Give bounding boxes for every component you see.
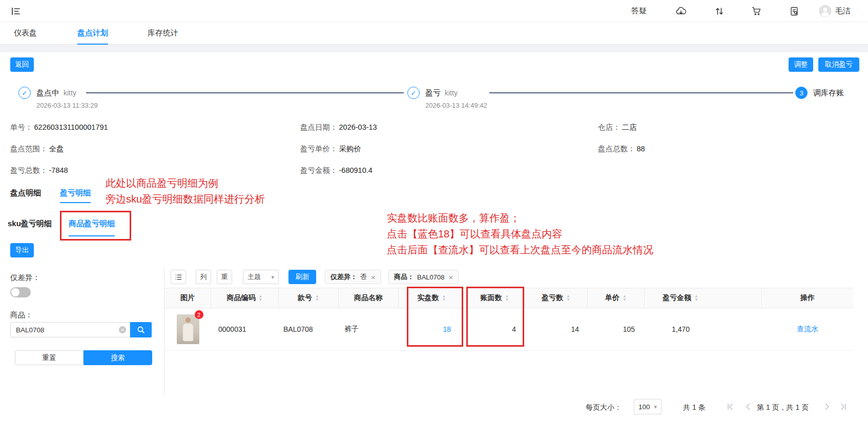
theme-dropdown[interactable]: 主题▾ [243, 270, 279, 284]
tab-pl-detail[interactable]: 盈亏明细 [60, 188, 91, 203]
page-info: 第 1 页，共 1 页 [757, 403, 809, 412]
diff-only-label: 仅差异： [10, 273, 40, 283]
sort-icon: ▲▼ [259, 294, 263, 302]
display-mode-button[interactable] [171, 270, 186, 284]
info-pl-amount: 盈亏金额：-680910.4 [300, 166, 373, 175]
order-search-icon[interactable] [789, 0, 799, 22]
filter-chip-product[interactable]: 商品：BAL0708 × [388, 270, 459, 284]
toggle-knob [11, 288, 19, 296]
step-check-icon: ✓ [18, 87, 31, 99]
col-header-code[interactable]: 商品编码▲▼ [211, 288, 279, 308]
info-count-date: 盘点日期：2026-03-13 [300, 123, 377, 132]
col-header-book-qty[interactable]: 账面数▲▼ [465, 288, 525, 308]
refresh-button[interactable]: 刷新 [288, 270, 316, 284]
step-connector [489, 92, 793, 93]
reset-button[interactable]: 重置 [15, 350, 84, 365]
col-header-actual-qty[interactable]: 实盘数▲▼ [399, 288, 465, 308]
col-header-image: 图片 [164, 288, 211, 308]
last-page-button[interactable] [838, 402, 849, 412]
actual-qty-link[interactable]: 18 [399, 308, 465, 350]
col-header-pl-amount[interactable]: 盈亏金额▲▼ [645, 288, 762, 308]
unit-price-cell: 105 [588, 308, 645, 350]
figure-head [185, 317, 191, 323]
pl-detail-table: 图片 商品编码▲▼ 款号▲▼ 商品名称 实盘数▲▼ 账面数▲▼ 盈亏数▲▼ 单价… [164, 288, 853, 351]
step-time: 2026-03-13 11:33:29 [36, 102, 98, 109]
sort-icon: ▲▼ [505, 294, 509, 302]
info-count-scope: 盘点范围：全盘 [10, 144, 64, 154]
info-pl-total: 盈亏总数：-7848 [10, 166, 68, 175]
pl-amount-cell: 1,470 [645, 308, 762, 350]
pl-qty-cell: 14 [525, 308, 588, 350]
step-number: 3 [795, 87, 808, 99]
total-count: 共 1 条 [683, 403, 706, 412]
next-page-button[interactable] [822, 402, 832, 412]
tab-product-pl-detail[interactable]: 商品盈亏明细 [69, 219, 115, 236]
product-label: 商品： [10, 310, 33, 320]
tab-sku-pl-detail[interactable]: sku盈亏明细 [8, 219, 52, 236]
book-qty-cell: 4 [465, 308, 525, 350]
avatar[interactable] [819, 0, 832, 22]
plan-detail-panel: 返回 调整 取消盈亏 ✓ 盘点中kitty 2026-03-13 11:33:2… [0, 52, 868, 439]
step-connector [86, 92, 404, 93]
info-pl-price-type: 盈亏单价：采购价 [300, 144, 361, 154]
diff-only-toggle[interactable] [10, 287, 31, 297]
col-header-action: 操作 [762, 288, 853, 308]
search-icon [137, 326, 145, 334]
page-size-label: 每页大小： [586, 403, 622, 412]
product-input[interactable] [10, 322, 130, 337]
code-cell: 0000031 [211, 308, 279, 350]
page-size-select[interactable]: 100▾ [634, 399, 662, 414]
col-header-pl-qty[interactable]: 盈亏数▲▼ [525, 288, 588, 308]
step-operator: kitty [445, 89, 458, 97]
tab-inventory-plan[interactable]: 盘点计划 [77, 22, 108, 45]
reset-layout-button[interactable]: 重 [217, 270, 232, 284]
adjust-button[interactable]: 调整 [789, 57, 813, 72]
prev-page-button[interactable] [743, 402, 753, 412]
inventory-app: 答疑 毛洁 仪表盘 盘点计划 库存统计 返回 调整 取消盈亏 ✓ 盘 [0, 0, 868, 439]
first-page-icon [726, 403, 734, 411]
product-filter: × [10, 322, 152, 337]
clear-input-icon[interactable]: × [119, 326, 126, 333]
last-page-icon [839, 403, 848, 411]
cloud-sync-icon[interactable] [675, 0, 687, 22]
product-image[interactable]: 2 [177, 314, 199, 344]
tab-count-detail[interactable]: 盘点明细 [10, 188, 41, 203]
step-operator: kitty [64, 89, 76, 97]
view-flow-link[interactable]: 查流水 [762, 308, 853, 350]
topbar: 答疑 毛洁 [0, 0, 868, 22]
name-cell: 裤子 [339, 308, 399, 350]
close-icon[interactable]: × [449, 273, 453, 282]
table-header: 图片 商品编码▲▼ 款号▲▼ 商品名称 实盘数▲▼ 账面数▲▼ 盈亏数▲▼ 单价… [164, 288, 853, 308]
chevron-right-icon [823, 403, 831, 411]
tab-stock-stats[interactable]: 库存统计 [148, 22, 178, 45]
step-counting: ✓ 盘点中kitty 2026-03-13 11:33:29 [18, 87, 98, 109]
search-button[interactable]: 搜索 [84, 350, 152, 365]
step-title: 调库存账 [813, 88, 844, 97]
sort-icon: ▲▼ [442, 294, 446, 302]
collapse-menu-icon[interactable] [10, 0, 22, 22]
cart-icon[interactable] [751, 0, 762, 22]
qa-menu-item[interactable]: 答疑 [631, 0, 647, 22]
col-header-style[interactable]: 款号▲▼ [279, 288, 339, 308]
info-order-no: 单号：622603131100001791 [10, 123, 108, 132]
col-header-unit-price[interactable]: 单价▲▼ [588, 288, 645, 308]
chevron-left-icon [744, 403, 752, 411]
tab-dashboard[interactable]: 仪表盘 [14, 22, 37, 45]
sort-icon: ▲▼ [623, 294, 627, 302]
col-header-name: 商品名称 [339, 288, 399, 308]
back-button[interactable]: 返回 [10, 57, 34, 72]
cancel-pl-button[interactable]: 取消盈亏 [818, 57, 859, 72]
filter-chip-diff[interactable]: 仅差异：否 × [325, 270, 381, 284]
annotation-note-2: 实盘数比账面数多，算作盈； 点击【蓝色18】可以查看具体盘点内容 点击后面【查流… [387, 210, 653, 258]
close-icon[interactable]: × [371, 273, 376, 282]
step-title: 盈亏 [425, 88, 441, 97]
first-page-button[interactable] [725, 402, 735, 412]
sort-icon[interactable] [714, 0, 725, 22]
product-search-button[interactable] [130, 322, 152, 337]
chevron-down-icon: ▾ [654, 404, 657, 410]
sort-icon: ▲▼ [566, 294, 570, 302]
export-button[interactable]: 导出 [10, 243, 34, 257]
list-icon [175, 273, 182, 281]
product-image-cell: 2 [164, 308, 211, 350]
columns-button[interactable]: 列 [196, 270, 211, 284]
